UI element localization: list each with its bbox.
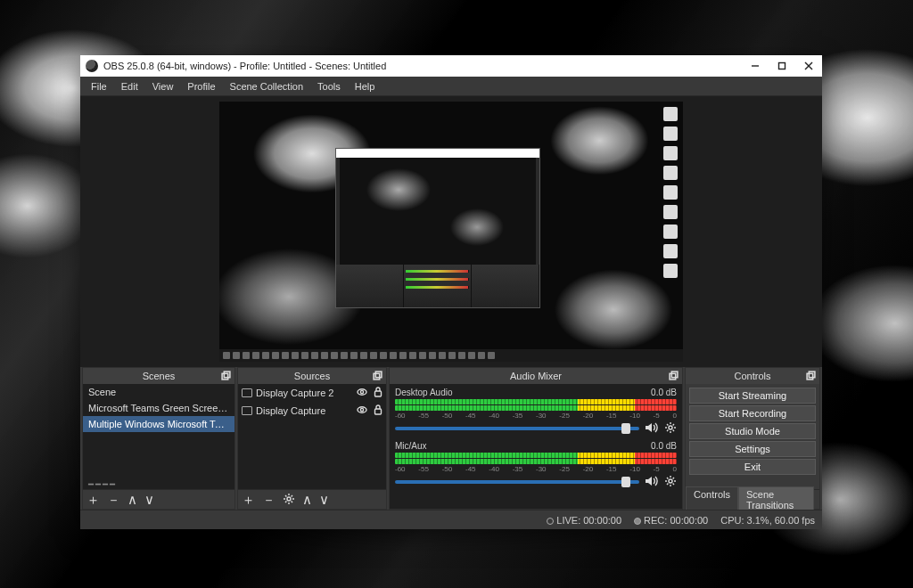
controls-header: Controls [686,368,819,384]
status-rec: REC: 00:00:00 [634,515,708,526]
volume-slider[interactable] [395,480,639,484]
speaker-icon[interactable] [645,421,659,436]
scene-row[interactable]: Microsoft Teams Green Screen Backgrou [83,400,234,416]
studio-mode-button[interactable]: Studio Mode [689,423,816,439]
svg-rect-1 [779,63,786,69]
vu-meter [395,405,677,411]
popout-icon[interactable] [806,371,816,380]
settings-button[interactable]: Settings [689,441,816,457]
dock-controls: Controls Start Streaming Start Recording… [685,367,820,510]
popout-icon[interactable] [669,371,679,380]
channel-level: 0.0 dB [651,388,677,397]
add-scene-button[interactable]: ＋ [86,493,100,506]
menu-file[interactable]: File [84,78,114,94]
channel-level: 0.0 dB [651,441,677,451]
move-scene-down-button[interactable]: ∨ [144,493,154,506]
svg-point-18 [669,479,672,483]
mixer-title: Audio Mixer [510,371,562,381]
add-source-button[interactable]: ＋ [242,493,255,506]
source-label: Display Capture 2 [256,388,333,398]
svg-rect-5 [224,372,230,378]
volume-slider[interactable] [395,427,639,430]
svg-point-14 [287,497,291,501]
vu-meter [395,453,677,458]
svg-rect-10 [375,391,382,396]
vu-meter [395,399,677,404]
popout-icon[interactable] [221,371,231,380]
sources-list[interactable]: Display Capture 2 Display Capture [238,384,386,489]
remove-source-button[interactable]: － [262,493,276,506]
vu-meter [395,459,677,464]
move-source-down-button[interactable]: ∨ [319,493,329,506]
controls-title: Controls [735,371,771,381]
status-live: LIVE: 00:00:00 [547,515,621,526]
channel-name: Desktop Audio [395,388,453,397]
minimize-button[interactable] [742,55,769,77]
start-streaming-button[interactable]: Start Streaming [689,388,816,404]
svg-rect-16 [671,372,678,378]
sources-title: Sources [294,371,330,381]
svg-rect-20 [809,372,815,378]
scene-row[interactable]: Multiple Windows Microsoft Teams [83,416,234,432]
svg-rect-7 [375,372,382,378]
status-cpu: CPU: 3.1%, 60.00 fps [720,515,815,526]
menu-help[interactable]: Help [348,78,382,94]
maximize-button[interactable] [769,55,795,77]
close-button[interactable] [795,55,822,77]
source-label: Display Capture [256,405,325,416]
svg-point-12 [360,408,363,411]
source-properties-button[interactable] [283,493,295,507]
source-row[interactable]: Display Capture 2 [238,384,386,402]
svg-rect-19 [807,373,813,380]
start-recording-button[interactable]: Start Recording [689,405,816,421]
preview-canvas[interactable] [219,102,683,362]
meter-ticks: -60-55-50-45-40-35-30-25-20-15-10-50 [395,465,677,473]
visibility-toggle-icon[interactable] [357,404,367,417]
svg-rect-13 [375,409,382,414]
mixer-channel: Desktop Audio 0.0 dB -60-55-50-45-40-35-… [390,384,682,437]
menu-view[interactable]: View [145,78,181,94]
obs-app-icon [86,60,98,72]
channel-name: Mic/Aux [395,441,427,451]
meter-ticks: -60-55-50-45-40-35-30-25-20-15-10-50 [395,412,677,420]
mixer-header: Audio Mixer [390,368,682,384]
menu-tools[interactable]: Tools [310,78,348,94]
display-capture-icon [242,406,252,415]
menu-edit[interactable]: Edit [114,78,145,94]
dock-audio-mixer: Audio Mixer Desktop Audio 0.0 dB -60-55-… [389,367,683,510]
source-row[interactable]: Display Capture [238,402,386,420]
scene-row[interactable]: Scene [83,384,234,400]
scenes-list[interactable]: Scene Microsoft Teams Green Screen Backg… [83,384,234,489]
menu-scene-collection[interactable]: Scene Collection [223,78,311,94]
move-scene-up-button[interactable]: ∧ [127,493,137,506]
titlebar[interactable]: OBS 25.0.8 (64-bit, windows) - Profile: … [80,55,822,77]
gear-icon[interactable] [664,421,677,436]
exit-button[interactable]: Exit [689,459,816,475]
gear-icon[interactable] [664,475,677,489]
move-source-up-button[interactable]: ∧ [302,493,312,506]
window-title: OBS 25.0.8 (64-bit, windows) - Profile: … [103,61,742,71]
menu-profile[interactable]: Profile [180,78,222,94]
preview-desktop-icons [663,107,678,278]
mixer-channel: Mic/Aux 0.0 dB -60-55-50-45-40-35-30-25-… [390,437,682,491]
remove-scene-button[interactable]: － [107,493,120,506]
svg-rect-6 [374,373,380,380]
dock-scenes: Scenes Scene Microsoft Teams Green Scree… [82,367,235,510]
obs-window: OBS 25.0.8 (64-bit, windows) - Profile: … [80,55,822,529]
mixer-body: Desktop Audio 0.0 dB -60-55-50-45-40-35-… [390,384,682,509]
tab-controls[interactable]: Controls [686,486,738,513]
preview-area [80,96,822,367]
dock-sources: Sources Display Capture 2 Display Captur… [237,367,387,510]
popout-icon[interactable] [373,371,382,380]
scenes-header: Scenes [83,368,234,384]
menubar: File Edit View Profile Scene Collection … [80,77,822,96]
svg-rect-4 [222,373,228,380]
tab-scene-transitions[interactable]: Scene Transitions [738,486,814,513]
visibility-toggle-icon[interactable] [357,387,367,399]
svg-point-17 [669,426,672,429]
speaker-icon[interactable] [645,475,659,489]
lock-icon[interactable] [374,387,382,399]
scenes-title: Scenes [143,371,176,381]
lock-icon[interactable] [374,404,382,417]
preview-taskbar [219,349,683,362]
